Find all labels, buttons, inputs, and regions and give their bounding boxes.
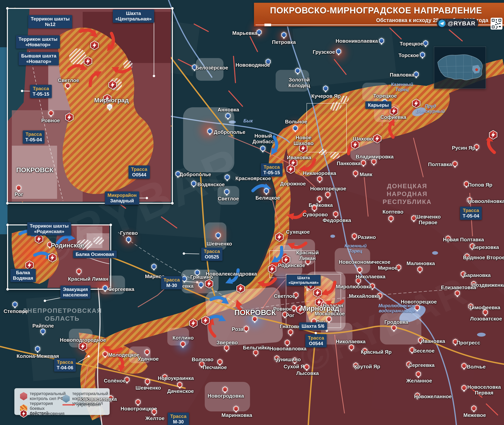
town-label-ПОКРОВСК: ПОКРОВСК xyxy=(234,309,276,317)
town-label-Красный Лиман: КрасныйЛиман xyxy=(296,250,319,261)
town-label-Белозёрское: Белозёрское xyxy=(195,65,228,71)
map-pin-red xyxy=(312,205,317,211)
map-pin-red xyxy=(177,382,182,388)
town-label-Владимировка: Владимировка xyxy=(356,154,394,160)
road-label-Т-04-06: ТрассаТ-04-06 xyxy=(54,359,76,372)
map-pin-red xyxy=(333,211,338,217)
town-label-Полтавка: Полтавка xyxy=(428,162,452,167)
town-label-Марьевка: Марьевка xyxy=(232,30,257,36)
town-label-Петровка: Петровка xyxy=(272,39,296,45)
road-label-О0544: ТрассаО0544 xyxy=(129,166,150,179)
map-pin-blue xyxy=(264,188,269,194)
frame-corner-dot xyxy=(6,224,9,226)
frame-corner-dot xyxy=(171,202,174,205)
town-label-Кучеров Яр: Кучеров Яр xyxy=(311,93,341,99)
map-pin-red xyxy=(317,176,322,182)
town-label-Веселое: Веселое xyxy=(413,348,435,354)
town-label-Торское: Торское xyxy=(398,53,419,58)
map-pin-blue xyxy=(293,125,298,131)
town-label-Сергеевка: Сергеевка xyxy=(108,286,134,292)
map-pin-red xyxy=(145,349,150,355)
map-pin-blue xyxy=(199,282,204,288)
town-label-Нововасилевка: Нововасилевка xyxy=(77,396,117,402)
clash-icon xyxy=(90,40,99,50)
clash-icon xyxy=(84,56,92,66)
town-label-Панковка: Панковка xyxy=(337,161,361,166)
town-label-Коптево: Коптево xyxy=(383,209,403,215)
town-label-Волково: Волково xyxy=(192,357,214,362)
clash-icon xyxy=(48,253,57,262)
town-label-Родинское: Родинское xyxy=(278,263,305,268)
map-pin-red xyxy=(357,267,362,273)
map-pin-red xyxy=(349,344,354,350)
town-label-Сухецкое: Сухецкое xyxy=(286,229,310,235)
town-label-Павловка: Павловка xyxy=(390,72,414,78)
qr-code-icon xyxy=(491,18,502,30)
map-pin-red xyxy=(65,83,70,89)
map-pin-blue xyxy=(379,38,384,44)
town-label-Барановка: Барановка xyxy=(464,272,491,278)
map-pin-red xyxy=(222,386,228,392)
callout-dot xyxy=(183,252,185,255)
map-pin-red xyxy=(361,160,366,166)
town-label-Дорожное: Дорожное xyxy=(280,181,306,187)
town-label-Новый Донбасс: НовыйДонбасс xyxy=(252,133,274,144)
lightning-bolt-icon xyxy=(35,234,43,244)
town-label-Межевое: Межевое xyxy=(464,412,486,418)
town-label-Солёное: Солёное xyxy=(104,378,126,384)
map-pin-blue xyxy=(295,68,300,74)
region-label-ДОНЕЦКАЯ: ДОНЕЦКАЯНАРОДНАЯРЕСПУБЛИКА xyxy=(383,182,432,206)
map-pin-blue xyxy=(225,174,230,180)
town-label-Мирноград: Мирноград xyxy=(94,97,129,104)
lightning-bolt-icon xyxy=(286,164,295,174)
clash-icon xyxy=(25,260,34,270)
lightning-bolt-icon xyxy=(79,342,87,351)
water-label-Казенный: КазенныйТорец xyxy=(345,243,367,254)
road-label-М-30: ТрассаМ-30 xyxy=(161,276,182,289)
map-pin-white xyxy=(107,104,112,110)
info-box-Карьеры: Карьеры xyxy=(365,101,391,109)
town-label-Зверево: Зверево xyxy=(217,340,238,345)
clash-icon xyxy=(313,288,322,298)
town-label-Ивановка: Ивановка xyxy=(287,155,311,160)
water-label-Бык: Бык xyxy=(243,118,253,123)
town-label-Рог: Рог xyxy=(14,192,23,197)
road-label-О0544: ТрассаО0544 xyxy=(305,334,327,347)
map-pin-blue xyxy=(420,52,425,58)
town-label-Новоэкономическое: Новоэкономическое xyxy=(339,259,390,265)
clash-icon xyxy=(201,316,210,325)
town-label-Русин Яр: Русин Яр xyxy=(452,145,475,151)
lightning-bolt-icon xyxy=(313,288,322,298)
map-title: ПОКРОВСКО-МИРНОГРАДСКОЕ НАПРАВЛЕНИЕ xyxy=(254,6,498,15)
town-label-Райполе: Райполе xyxy=(32,323,54,329)
map-pin-red xyxy=(483,309,488,315)
lightning-bolt-icon xyxy=(268,264,276,274)
lightning-bolt-icon xyxy=(205,279,213,288)
town-label-Доброполье: Доброполье xyxy=(214,129,245,135)
town-label-Разино: Разино xyxy=(358,234,376,240)
town-label-Шевченко: Шевченко xyxy=(135,385,161,391)
map-pin-red xyxy=(391,325,397,331)
map-pin-red xyxy=(326,316,332,322)
map-pin-blue xyxy=(257,29,262,35)
town-label-Новая Полтавка: Новая Полтавка xyxy=(443,237,484,243)
map-pin-blue xyxy=(103,285,108,291)
town-label-Торецкое: Торецкое xyxy=(400,41,423,47)
town-label-Ровное: Ровное xyxy=(41,118,60,123)
town-label-Родинское: Родинское xyxy=(51,242,84,249)
lightning-bolt-icon xyxy=(25,260,34,270)
town-label-Суворово: Суворово xyxy=(303,212,328,218)
map-pin-blue xyxy=(182,276,187,282)
map-pin-blue xyxy=(126,236,131,242)
clash-icon xyxy=(79,342,87,351)
info-box-Шахта: Шахта«Центральная» xyxy=(286,275,320,286)
frame-corner-dot xyxy=(171,7,174,10)
town-label-Светлое: Светлое xyxy=(58,78,79,83)
map-pin-blue xyxy=(414,71,419,77)
map-pin-red xyxy=(180,341,186,347)
map-pin-red xyxy=(388,216,394,221)
map-pin-red xyxy=(76,268,81,274)
town-label-Роза: Роза xyxy=(232,326,243,332)
lightning-bolt-icon xyxy=(84,56,92,66)
map-pin-red xyxy=(352,233,357,239)
